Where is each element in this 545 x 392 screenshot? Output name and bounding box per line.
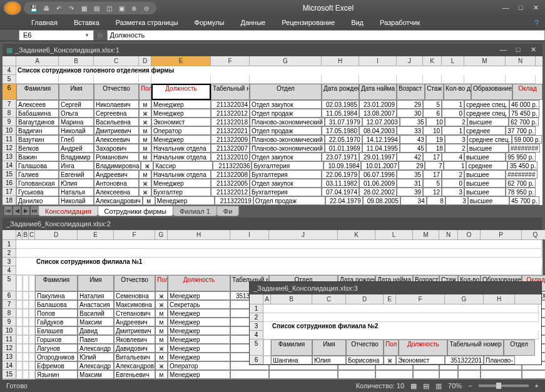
cell[interactable]: Наталия: [78, 291, 114, 300]
cell[interactable]: 211322008: [211, 170, 250, 179]
row-header[interactable]: 8: [3, 309, 16, 318]
table-header[interactable]: Кол-во детей: [444, 84, 471, 100]
cell[interactable]: 11.05.1984: [322, 109, 359, 118]
cell[interactable]: Евлашев: [35, 326, 78, 335]
column-header[interactable]: H: [484, 294, 515, 304]
cell[interactable]: Менеджер: [168, 353, 230, 361]
cell[interactable]: 22.06.1979: [322, 170, 359, 179]
minimize-icon[interactable]: —: [500, 4, 511, 13]
cell[interactable]: [458, 370, 481, 379]
column-header[interactable]: B: [59, 56, 94, 66]
row-header[interactable]: 10: [3, 126, 16, 135]
cell[interactable]: м: [155, 335, 168, 344]
cell[interactable]: 11.04.1995: [362, 144, 400, 153]
cell[interactable]: Велков: [16, 144, 59, 153]
cell[interactable]: [16, 353, 23, 361]
table-header[interactable]: Дата найма: [359, 84, 397, 100]
table-header[interactable]: Отчество: [114, 275, 155, 291]
row-header[interactable]: 5: [3, 75, 16, 84]
row-header[interactable]: 6: [3, 291, 16, 300]
ribbon-tab[interactable]: Рецензирование: [279, 18, 337, 28]
cell[interactable]: 35: [397, 170, 423, 179]
cell[interactable]: Степанович: [114, 309, 155, 318]
column-header[interactable]: K: [423, 56, 442, 66]
select-all-button[interactable]: [3, 230, 16, 239]
cell[interactable]: Витальевич: [114, 353, 155, 361]
view-layout-icon[interactable]: ▤: [423, 382, 429, 390]
cell[interactable]: 39: [397, 188, 423, 196]
cell[interactable]: 17: [423, 170, 442, 179]
cell[interactable]: 211322034: [211, 100, 250, 109]
column-header[interactable]: K: [338, 230, 375, 239]
cell[interactable]: Менеджер: [151, 100, 211, 109]
cell[interactable]: 7: [425, 161, 444, 170]
cell[interactable]: м: [155, 353, 168, 361]
cell[interactable]: Бабашкина: [16, 109, 59, 118]
cell[interactable]: 12: [423, 188, 442, 196]
column-header[interactable]: B: [271, 294, 312, 304]
cell[interactable]: м: [143, 196, 155, 205]
cell[interactable]: [23, 361, 29, 370]
cell[interactable]: Давид: [78, 326, 114, 335]
cell[interactable]: 33: [397, 126, 423, 135]
cell[interactable]: Отдел закупок: [250, 100, 322, 109]
cell[interactable]: 10: [423, 126, 442, 135]
cell[interactable]: высшее: [467, 144, 509, 153]
row-header[interactable]: 7: [3, 100, 16, 109]
cell[interactable]: Отдел продаж: [250, 109, 322, 118]
view-pagebreak-icon[interactable]: ▥: [435, 382, 442, 390]
cell[interactable]: 2: [445, 118, 467, 126]
cell[interactable]: ж: [155, 344, 168, 353]
cell[interactable]: ########: [509, 144, 541, 153]
column-header[interactable]: J: [397, 56, 423, 66]
cell[interactable]: Романович: [94, 153, 139, 161]
cell[interactable]: 5: [423, 179, 442, 188]
cell[interactable]: [269, 370, 338, 379]
cell[interactable]: Александрович: [94, 196, 143, 205]
table-header[interactable]: Дата рождения: [322, 84, 359, 100]
column-header[interactable]: C: [29, 230, 35, 239]
column-header[interactable]: D: [139, 56, 151, 66]
cell[interactable]: 1: [444, 161, 466, 170]
row-header[interactable]: 9: [3, 118, 16, 126]
cell[interactable]: 45: [400, 144, 426, 153]
cell[interactable]: 0: [442, 179, 464, 188]
spreadsheet-grid[interactable]: A B C D E F G H I J K L M N 4Список сотр…: [3, 56, 542, 205]
cell[interactable]: Николаевич: [94, 100, 139, 109]
cell[interactable]: 06.07.1996: [359, 170, 397, 179]
cell[interactable]: Наталья: [59, 188, 94, 196]
cell[interactable]: Владимировна: [94, 161, 141, 170]
table-header[interactable]: Отчество: [94, 84, 139, 100]
cell[interactable]: Менеджер: [155, 196, 215, 205]
cell[interactable]: Вазуткин: [16, 135, 59, 144]
cell[interactable]: высшее: [467, 118, 509, 126]
cell[interactable]: Давидович: [114, 344, 155, 353]
row-header[interactable]: 11: [3, 135, 16, 144]
cell[interactable]: 2: [442, 170, 464, 179]
cell[interactable]: Андреевич: [114, 318, 155, 326]
cell[interactable]: 59 000 р.: [512, 135, 542, 144]
cell[interactable]: Менеджер: [168, 370, 230, 379]
cell[interactable]: Менеджер: [168, 309, 230, 318]
cell[interactable]: [23, 370, 29, 379]
cell[interactable]: высшее: [464, 188, 506, 196]
cell[interactable]: высшее: [464, 179, 506, 188]
row-header[interactable]: 9: [3, 318, 16, 326]
cell[interactable]: 03.11.1982: [322, 179, 359, 188]
cell[interactable]: Шангина: [271, 356, 312, 364]
column-header[interactable]: M: [464, 56, 506, 66]
cell[interactable]: Начальник отдела: [151, 153, 211, 161]
close-icon[interactable]: ✕: [527, 46, 539, 54]
row-header[interactable]: 14: [3, 361, 16, 370]
cell[interactable]: [481, 370, 522, 379]
cell[interactable]: Владимир: [59, 153, 94, 161]
cell[interactable]: Ефремов: [35, 361, 78, 370]
table-header[interactable]: Пол: [384, 339, 399, 356]
cell[interactable]: Оператор: [168, 361, 230, 370]
cell[interactable]: [29, 361, 35, 370]
column-header[interactable]: G: [155, 230, 168, 239]
table-header[interactable]: Пол: [155, 275, 168, 291]
undo-icon[interactable]: ↶: [54, 3, 64, 13]
cell[interactable]: 62 700 р.: [509, 118, 539, 126]
cell[interactable]: ж: [139, 118, 151, 126]
